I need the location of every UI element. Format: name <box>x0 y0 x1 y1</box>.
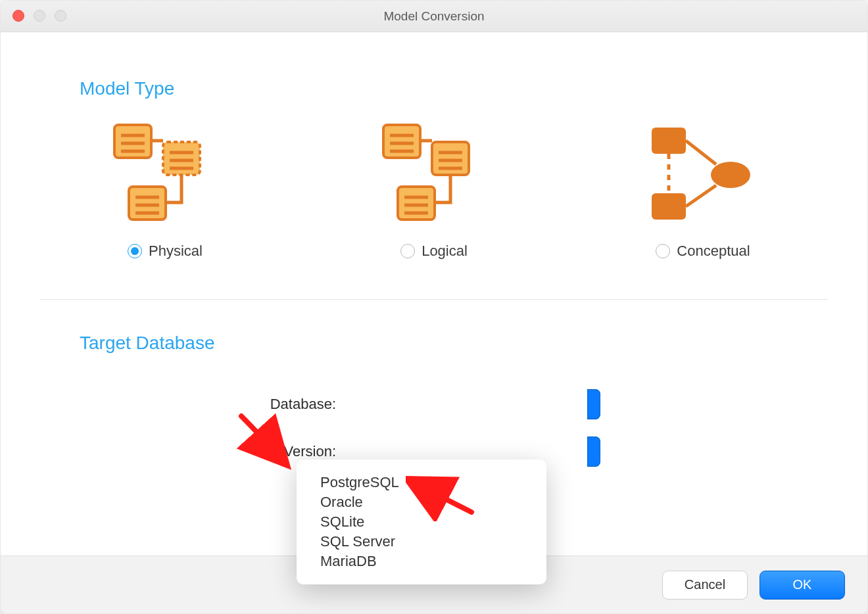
svg-line-28 <box>686 141 716 164</box>
ok-button[interactable]: OK <box>760 571 845 600</box>
logical-model-icon <box>368 119 500 231</box>
model-option-logical[interactable]: Logical <box>368 119 500 260</box>
dropdown-item-oracle[interactable]: Oracle <box>297 492 546 512</box>
field-row-database: Database: <box>40 389 828 419</box>
physical-model-icon <box>99 119 231 231</box>
dialog-window: Model Conversion Model Type <box>0 0 868 614</box>
model-option-conceptual[interactable]: Conceptual <box>637 119 769 260</box>
cancel-button[interactable]: Cancel <box>662 571 748 600</box>
svg-line-29 <box>686 185 716 206</box>
dropdown-item-mariadb[interactable]: MariaDB <box>297 552 546 571</box>
version-label: Version: <box>40 443 336 460</box>
target-database-heading: Target Database <box>80 333 828 354</box>
titlebar: Model Conversion <box>1 1 867 32</box>
model-option-physical[interactable]: Physical <box>99 119 231 260</box>
version-select[interactable] <box>587 437 600 467</box>
dropdown-item-postgresql[interactable]: PostgreSQL <box>297 473 546 492</box>
radio-conceptual[interactable] <box>656 244 670 258</box>
close-window-button[interactable] <box>12 10 24 22</box>
database-dropdown: PostgreSQL Oracle SQLite SQL Server Mari… <box>297 460 546 584</box>
dropdown-item-sqlite[interactable]: SQLite <box>297 512 546 532</box>
minimize-window-button[interactable] <box>34 10 45 22</box>
radio-physical-label: Physical <box>149 243 203 260</box>
conceptual-model-icon <box>637 119 769 231</box>
svg-rect-26 <box>652 193 686 220</box>
svg-rect-24 <box>652 128 686 154</box>
content-area: Model Type <box>1 32 867 555</box>
radio-logical[interactable] <box>400 244 415 258</box>
database-label: Database: <box>40 396 336 413</box>
database-select[interactable] <box>587 389 600 419</box>
zoom-window-button[interactable] <box>55 10 66 22</box>
radio-conceptual-label: Conceptual <box>677 243 750 260</box>
dropdown-item-sqlserver[interactable]: SQL Server <box>297 532 546 552</box>
radio-logical-label: Logical <box>422 243 468 260</box>
model-type-options: Physical <box>40 119 828 299</box>
model-type-heading: Model Type <box>80 78 828 99</box>
window-controls <box>12 10 66 22</box>
window-title: Model Conversion <box>383 9 484 24</box>
section-divider <box>40 299 828 300</box>
radio-physical[interactable] <box>128 244 142 258</box>
svg-point-27 <box>711 162 750 188</box>
